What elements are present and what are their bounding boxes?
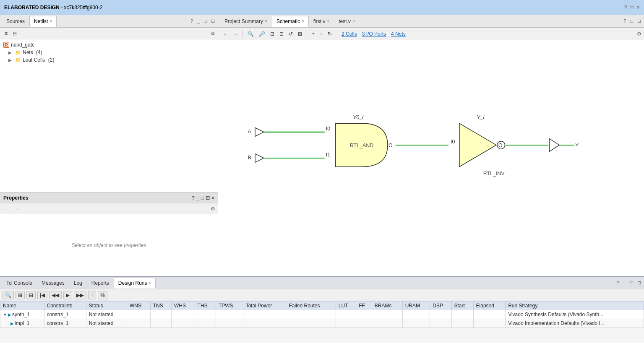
tab-sources[interactable]: Sources bbox=[2, 16, 29, 27]
expand-runs-button[interactable]: ⊞ bbox=[16, 291, 25, 299]
and-gate-label: Y0_i bbox=[353, 114, 364, 120]
tab-project-summary[interactable]: Project Summary × bbox=[220, 16, 272, 27]
properties-maximize-icon[interactable]: ⊡ bbox=[206, 195, 210, 201]
first-button[interactable]: |◀ bbox=[37, 291, 47, 299]
tab-tcl-console[interactable]: Tcl Console bbox=[2, 278, 37, 288]
tab-first-v[interactable]: first.v × bbox=[309, 16, 334, 27]
tab-reports[interactable]: Reports bbox=[87, 278, 114, 288]
right-float-icon[interactable]: □ bbox=[629, 18, 634, 25]
props-forward-button[interactable]: → bbox=[13, 205, 22, 213]
col-elapsed[interactable]: Elapsed bbox=[473, 301, 506, 310]
row-synth-constraints: constrs_1 bbox=[44, 310, 86, 319]
col-name[interactable]: Name bbox=[0, 301, 44, 310]
tab-first-v-close[interactable]: × bbox=[327, 19, 329, 23]
col-failed-routes[interactable]: Failed Routes bbox=[286, 301, 336, 310]
tree-root-item[interactable]: R nand_gate bbox=[0, 41, 218, 49]
search-button[interactable]: 🔍 bbox=[3, 291, 14, 299]
left-float-icon[interactable]: □ bbox=[203, 18, 208, 25]
props-settings-icon[interactable]: ⚙ bbox=[211, 206, 215, 212]
col-uram[interactable]: URAM bbox=[402, 301, 430, 310]
col-lut[interactable]: LUT bbox=[336, 301, 356, 310]
properties-minimize-icon[interactable]: _ bbox=[196, 195, 199, 201]
next-button[interactable]: ▶▶ bbox=[74, 291, 86, 299]
tab-test-v-close[interactable]: × bbox=[352, 19, 355, 23]
bottom-minimize-icon[interactable]: _ bbox=[622, 279, 627, 286]
col-tpws[interactable]: TPWS bbox=[216, 301, 243, 310]
tab-project-summary-close[interactable]: × bbox=[265, 19, 267, 23]
bottom-maximize-icon[interactable]: ⊡ bbox=[636, 279, 642, 286]
expand-all-button[interactable]: ≡ bbox=[3, 29, 10, 38]
col-brams[interactable]: BRAMs bbox=[372, 301, 402, 310]
back-button[interactable]: ← bbox=[221, 30, 230, 38]
forward-button[interactable]: → bbox=[231, 30, 240, 38]
properties-close-icon[interactable]: × bbox=[211, 195, 214, 201]
col-dsp[interactable]: DSP bbox=[430, 301, 451, 310]
select-button[interactable]: ⊟ bbox=[277, 30, 286, 38]
properties-help-icon[interactable]: ? bbox=[192, 195, 195, 201]
row-impl-tpws bbox=[216, 319, 243, 328]
col-wns[interactable]: WNS bbox=[127, 301, 151, 310]
io-ports-stat[interactable]: 3 I/O Ports bbox=[362, 31, 386, 37]
col-start[interactable]: Start bbox=[451, 301, 473, 310]
netlist-settings-icon[interactable]: ⚙ bbox=[211, 31, 215, 36]
col-run-strategy[interactable]: Run Strategy bbox=[506, 301, 644, 310]
schematic-canvas[interactable]: A I0 B I1 Y0_i RTL_AND O Y_i I0 bbox=[218, 40, 644, 276]
collapse-runs-button[interactable]: ⊟ bbox=[26, 291, 36, 299]
tab-design-runs-close[interactable]: × bbox=[149, 281, 151, 285]
right-panel: Project Summary × Schematic × first.v × … bbox=[218, 15, 644, 276]
fit-button[interactable]: ⊡ bbox=[268, 30, 276, 38]
tree-leafcells-item[interactable]: ▶ 📁 Leaf Cells (2) bbox=[0, 56, 218, 64]
and-output-port: O bbox=[388, 143, 393, 148]
nets-stat[interactable]: 4 Nets bbox=[391, 31, 406, 37]
cells-stat[interactable]: 2 Cells bbox=[342, 31, 357, 37]
col-tns[interactable]: TNS bbox=[150, 301, 171, 310]
rotate-button[interactable]: ↺ bbox=[287, 30, 295, 38]
properties-title: Properties bbox=[3, 195, 28, 201]
bottom-panel: Tcl Console Messages Log Reports Design … bbox=[0, 276, 644, 343]
schematic-settings-icon[interactable]: ⚙ bbox=[637, 31, 641, 37]
prev-button[interactable]: ◀◀ bbox=[49, 291, 62, 299]
table-row[interactable]: ▶ impl_1 constrs_1 Not started bbox=[0, 319, 644, 328]
run-button[interactable]: ▶ bbox=[63, 291, 72, 299]
tab-netlist[interactable]: Netlist × bbox=[29, 16, 57, 27]
schematic-stats: 2 Cells 3 I/O Ports 4 Nets bbox=[342, 31, 406, 37]
left-help-icon[interactable]: ? bbox=[189, 18, 194, 25]
add-schematic-button[interactable]: + bbox=[310, 30, 317, 38]
close-icon[interactable]: × bbox=[637, 5, 640, 10]
properties-float-icon[interactable]: □ bbox=[201, 195, 204, 201]
tab-log[interactable]: Log bbox=[69, 278, 87, 288]
tab-netlist-close[interactable]: × bbox=[50, 19, 52, 23]
bottom-help-icon[interactable]: ? bbox=[615, 279, 621, 286]
tab-design-runs[interactable]: Design Runs × bbox=[114, 278, 156, 288]
col-ff[interactable]: FF bbox=[356, 301, 372, 310]
zoom-out-button[interactable]: 🔎 bbox=[257, 30, 267, 38]
col-status[interactable]: Status bbox=[86, 301, 127, 310]
percent-button[interactable]: % bbox=[98, 291, 107, 299]
tab-schematic-close[interactable]: × bbox=[302, 19, 304, 23]
row-impl-uram bbox=[402, 319, 430, 328]
remove-schematic-button[interactable]: − bbox=[318, 30, 325, 38]
right-maximize-icon[interactable]: ⊡ bbox=[636, 18, 642, 25]
maximize-icon[interactable]: □ bbox=[631, 5, 634, 10]
tab-messages[interactable]: Messages bbox=[37, 278, 69, 288]
tab-test-v[interactable]: test.v × bbox=[334, 16, 360, 27]
help-icon[interactable]: ? bbox=[624, 5, 627, 10]
tree-nets-item[interactable]: ▶ 📁 Nets (4) bbox=[0, 49, 218, 56]
col-constraints[interactable]: Constraints bbox=[44, 301, 86, 310]
reload-schematic-button[interactable]: ↻ bbox=[326, 30, 334, 38]
props-back-button[interactable]: ← bbox=[3, 205, 12, 213]
tab-schematic[interactable]: Schematic × bbox=[272, 16, 309, 27]
bottom-float-icon[interactable]: □ bbox=[629, 279, 634, 286]
col-total-power[interactable]: Total Power bbox=[243, 301, 286, 310]
zoom-in-button[interactable]: 🔍 bbox=[245, 30, 256, 38]
right-help-icon[interactable]: ? bbox=[622, 18, 627, 25]
left-maximize-icon[interactable]: ⊡ bbox=[210, 18, 216, 25]
col-whs[interactable]: WHS bbox=[171, 301, 195, 310]
add-run-button[interactable]: + bbox=[88, 291, 96, 299]
col-ths[interactable]: THS bbox=[195, 301, 216, 310]
table-row[interactable]: ▼ ▶ synth_1 constrs_1 Not started bbox=[0, 310, 644, 319]
split-button[interactable]: ⊞ bbox=[296, 30, 304, 38]
left-minimize-icon[interactable]: _ bbox=[196, 18, 201, 25]
synth-expand-icon[interactable]: ▼ bbox=[3, 312, 7, 317]
collapse-all-button[interactable]: ⊟ bbox=[10, 29, 19, 38]
